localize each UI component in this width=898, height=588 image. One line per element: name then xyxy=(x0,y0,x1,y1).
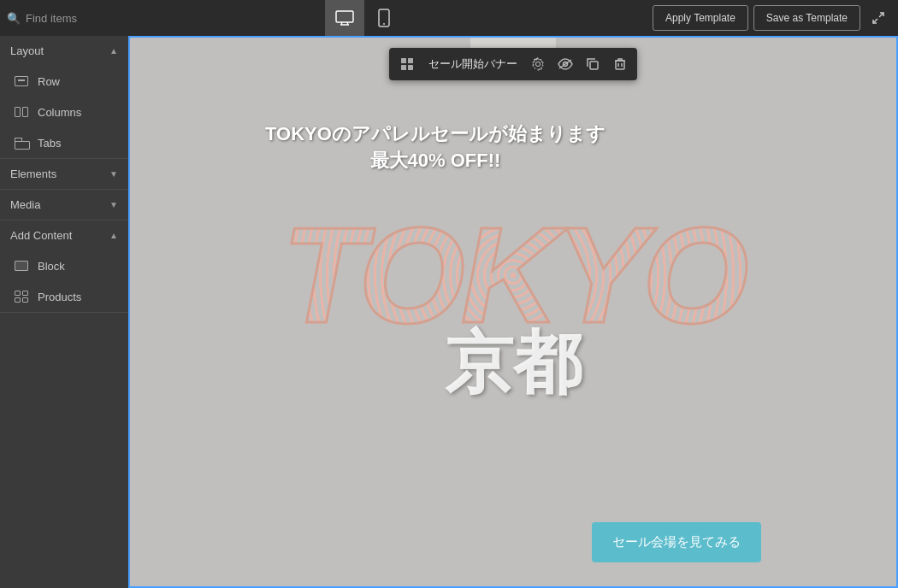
row-label: Row xyxy=(38,75,60,88)
add-content-section: Add Content ▲ Block Products xyxy=(0,220,128,313)
layout-label: Layout xyxy=(10,44,44,57)
toolbar-duplicate-button[interactable] xyxy=(579,48,606,80)
svg-rect-10 xyxy=(401,65,406,70)
add-content-section-header[interactable]: Add Content ▲ xyxy=(0,220,128,250)
sidebar-item-tabs[interactable]: Tabs xyxy=(0,127,128,158)
sidebar-item-products[interactable]: Products xyxy=(0,281,128,312)
media-section-header[interactable]: Media ▼ xyxy=(0,190,128,220)
elements-section: Elements ▼ xyxy=(0,159,128,190)
top-bar: 🔍 Find items Apply Template Save as Temp… xyxy=(0,0,898,36)
svg-rect-8 xyxy=(401,58,406,63)
save-template-button[interactable]: Save as Template xyxy=(753,5,860,31)
banner-headline-text: TOKYOのアパレルセールが始まります 最大40% OFF!! xyxy=(265,121,606,174)
headline-line2: 最大40% OFF!! xyxy=(265,148,606,174)
elements-section-header[interactable]: Elements ▼ xyxy=(0,159,128,189)
top-bar-right: Apply Template Save as Template xyxy=(653,5,891,31)
device-switcher xyxy=(325,0,404,36)
sidebar: Layout ▲ Row Columns Tabs xyxy=(0,36,128,588)
layout-section-header[interactable]: Layout ▲ xyxy=(0,36,128,66)
headline-line1: TOKYOのアパレルセールが始まります xyxy=(265,121,606,148)
add-content-chevron-icon: ▲ xyxy=(109,231,118,240)
banner-headline: TOKYOのアパレルセールが始まります 最大40% OFF!! xyxy=(265,121,606,174)
toolbar-visibility-button[interactable] xyxy=(552,48,579,80)
layout-section: Layout ▲ Row Columns Tabs xyxy=(0,36,128,159)
elements-chevron-icon: ▼ xyxy=(109,169,118,179)
media-section: Media ▼ xyxy=(0,190,128,220)
toolbar-banner-label: セール開始バナー xyxy=(422,56,524,72)
sidebar-item-columns[interactable]: Columns xyxy=(0,97,128,127)
cta-button[interactable]: セール会場を見てみる xyxy=(592,522,761,562)
products-label: Products xyxy=(38,291,81,303)
elements-label: Elements xyxy=(10,168,56,180)
search-icon: 🔍 xyxy=(7,12,21,25)
svg-rect-9 xyxy=(408,58,413,63)
search-placeholder: Find items xyxy=(26,12,77,25)
media-chevron-icon: ▼ xyxy=(109,200,118,209)
columns-label: Columns xyxy=(38,106,81,119)
main-content: Layout ▲ Row Columns Tabs xyxy=(0,36,898,588)
svg-rect-15 xyxy=(616,61,624,69)
banner-container: TOKYOのアパレルセールが始まります 最大40% OFF!! TOKYO 京都… xyxy=(128,36,898,588)
block-icon xyxy=(14,258,29,273)
top-bar-left: 🔍 Find items xyxy=(7,12,77,25)
sidebar-item-row[interactable]: Row xyxy=(0,66,128,97)
tabs-icon xyxy=(14,135,29,150)
canvas-area[interactable]: セール開始バナー xyxy=(128,36,898,588)
svg-rect-11 xyxy=(408,65,413,70)
block-label: Block xyxy=(38,260,65,273)
toolbar-delete-button[interactable] xyxy=(606,48,634,80)
row-icon xyxy=(14,74,29,89)
tokyo-graphic: TOKYO 京都 xyxy=(222,207,804,410)
mobile-button[interactable] xyxy=(364,0,404,36)
floating-toolbar: セール開始バナー xyxy=(389,48,637,80)
layout-chevron-icon: ▲ xyxy=(109,46,118,56)
products-icon xyxy=(14,289,29,304)
svg-rect-0 xyxy=(336,11,353,22)
search-bar[interactable]: 🔍 Find items xyxy=(7,12,77,25)
grid-icon xyxy=(393,48,422,80)
collapse-button[interactable] xyxy=(866,5,891,31)
apply-template-button[interactable]: Apply Template xyxy=(653,5,748,31)
add-content-label: Add Content xyxy=(10,229,72,242)
columns-icon xyxy=(14,104,29,120)
desktop-button[interactable] xyxy=(325,0,364,36)
toolbar-settings-button[interactable] xyxy=(524,48,552,80)
svg-point-5 xyxy=(383,23,385,25)
svg-rect-14 xyxy=(590,62,598,69)
tabs-label: Tabs xyxy=(38,137,61,150)
sidebar-item-block[interactable]: Block xyxy=(0,250,128,281)
media-label: Media xyxy=(10,198,40,211)
